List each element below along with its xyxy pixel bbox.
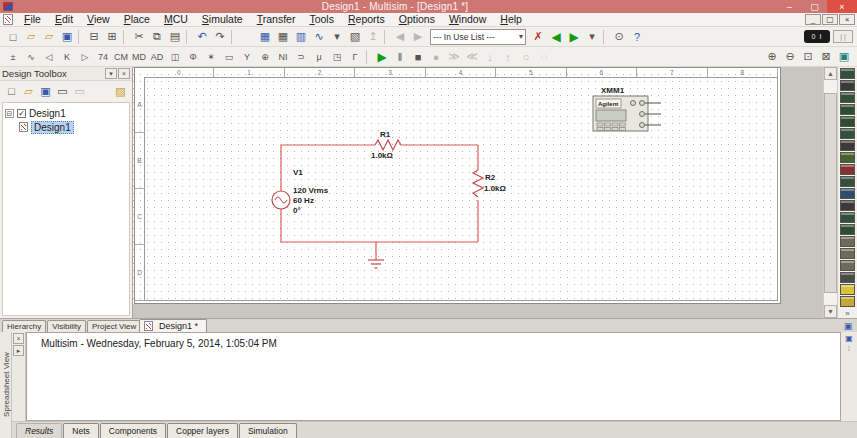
window-close-button[interactable]: × (827, 0, 857, 13)
tree-node-design1-sheet[interactable]: Design1 (5, 120, 127, 134)
tab-hierarchy[interactable]: Hierarchy (2, 320, 46, 332)
open-samples-icon[interactable]: ▱ (40, 29, 58, 45)
tektronix-oscilloscope-icon[interactable] (840, 272, 855, 283)
distortion-analyzer-icon[interactable] (840, 200, 855, 211)
scroll-down-button[interactable]: ▼ (824, 305, 837, 318)
pause-switch[interactable]: | | (833, 30, 853, 43)
scrollbar-thumb[interactable] (824, 93, 837, 293)
logic-analyzer-icon[interactable] (840, 164, 855, 175)
grapher-dropdown-icon[interactable]: ▾ (328, 29, 346, 45)
frequency-counter-icon[interactable] (840, 140, 855, 151)
open-design-icon[interactable]: ▱ (20, 83, 37, 99)
separator[interactable] (123, 30, 128, 44)
spreadsheet-close-button[interactable]: × (13, 333, 24, 344)
tree-checkbox[interactable]: ✓ (17, 109, 26, 118)
copy-icon[interactable]: ⧉ (148, 29, 166, 45)
logic-converter-icon[interactable] (840, 176, 855, 187)
step-out-icon[interactable]: ↓ (481, 49, 499, 65)
database-manager-icon[interactable]: ▥ (292, 29, 310, 45)
spectrum-analyzer-icon[interactable] (840, 212, 855, 223)
current-clamp-icon[interactable] (840, 296, 855, 307)
panel-close-button[interactable]: × (118, 68, 130, 79)
instrument-xmm1[interactable]: XMM1 Agilent (593, 86, 661, 131)
restore-view-icon[interactable]: ▣ (839, 321, 857, 332)
iv-analyzer-icon[interactable] (840, 188, 855, 199)
fullscreen-icon[interactable]: ▣ (835, 49, 853, 65)
mdi-restore-button[interactable]: ▢ (822, 14, 838, 25)
tab-nets[interactable]: Nets (63, 423, 98, 438)
menu-file[interactable]: File (17, 13, 48, 26)
save-design-icon[interactable]: ▣ (37, 83, 54, 99)
menu-view[interactable]: View (80, 13, 117, 26)
run-simulation-icon[interactable]: ▶ (373, 49, 391, 65)
separator[interactable] (78, 30, 83, 44)
agilent-function-generator-icon[interactable] (840, 236, 855, 247)
open-icon[interactable]: ▱ (22, 29, 40, 45)
separator[interactable] (186, 30, 191, 44)
tree-expander-icon[interactable]: ⊟ (5, 109, 14, 118)
cut-icon[interactable]: ✂ (130, 29, 148, 45)
run-to-cursor-icon[interactable]: ↑ (499, 49, 517, 65)
place-rf-icon[interactable]: Y (238, 49, 256, 65)
separator[interactable] (603, 30, 608, 44)
ground-symbol[interactable] (368, 260, 384, 268)
close-design-icon[interactable]: ▭ (54, 83, 71, 99)
menu-window[interactable]: Window (442, 13, 493, 26)
place-mcu-icon[interactable]: μ (310, 49, 328, 65)
tree-node-design1[interactable]: ⊟ ✓ Design1 (5, 106, 127, 120)
schematic-canvas[interactable]: 012345678 ABCD R1 1.0kΩ (133, 67, 823, 318)
simulation-switch[interactable]: 0 I (804, 30, 830, 43)
resize-grip-icon[interactable]: ⁞ (848, 345, 850, 352)
function-generator-icon[interactable] (840, 80, 855, 91)
tab-copper-layers[interactable]: Copper layers (167, 423, 238, 438)
redo-icon[interactable]: ↷ (211, 29, 229, 45)
resistor-r2[interactable]: R2 1.0kΩ (473, 170, 507, 197)
spreadsheet-view-icon[interactable]: ▦ (274, 29, 292, 45)
window-restore-button[interactable]: ▢ (802, 0, 827, 13)
place-power-icon[interactable]: Φ (184, 49, 202, 65)
menu-tools[interactable]: Tools (302, 13, 341, 26)
paste-icon[interactable]: ▤ (166, 29, 184, 45)
tab-simulation[interactable]: Simulation (239, 423, 297, 438)
step-into-icon[interactable]: ≫ (445, 49, 463, 65)
place-transistor-icon[interactable]: K (58, 49, 76, 65)
multimeter-icon[interactable] (840, 68, 855, 79)
panel-pin-button[interactable]: ▾ (105, 68, 117, 79)
remove-breakpoint-icon[interactable]: ◌ (535, 49, 553, 65)
help-icon[interactable]: ? (628, 29, 646, 45)
zoom-out-icon[interactable]: ⊖ (781, 49, 799, 65)
place-connector-icon[interactable]: ⊃ (292, 49, 310, 65)
menu-help[interactable]: Help (493, 13, 529, 26)
forward-annotate-ulti-icon[interactable]: ▶ (565, 29, 583, 45)
network-analyzer-icon[interactable] (840, 224, 855, 235)
spacer[interactable] (88, 83, 112, 99)
bode-plotter-icon[interactable] (840, 128, 855, 139)
four-channel-oscilloscope-icon[interactable] (840, 116, 855, 127)
place-ttl-icon[interactable]: 74 (94, 49, 112, 65)
find-icon[interactable]: ⊙ (610, 29, 628, 45)
labview-instrument-icon[interactable] (840, 284, 855, 295)
annotate-dropdown-icon[interactable]: ▾ (583, 29, 601, 45)
separator[interactable] (384, 30, 389, 44)
place-analog-icon[interactable]: ▷ (76, 49, 94, 65)
zoom-in-icon[interactable]: ⊕ (763, 49, 781, 65)
wattmeter-icon[interactable] (840, 92, 855, 103)
erc-check-icon[interactable]: ✗ (529, 29, 547, 45)
place-electromechanical-icon[interactable]: ⊕ (256, 49, 274, 65)
place-indicator-icon[interactable]: ◫ (166, 49, 184, 65)
tab-results[interactable]: Results (16, 423, 62, 438)
word-generator-icon[interactable] (840, 152, 855, 163)
mdi-minimize-button[interactable]: _ (805, 14, 821, 25)
toolbox-options-icon[interactable]: ▨ (112, 83, 129, 99)
place-misc-icon[interactable]: ✶ (202, 49, 220, 65)
tab-components[interactable]: Components (100, 423, 166, 438)
place-cmos-icon[interactable]: CM (112, 49, 130, 65)
stop-simulation-icon[interactable]: ■ (409, 49, 427, 65)
place-diode-icon[interactable]: ◁ (40, 49, 58, 65)
breakpoint-icon[interactable]: ○ (517, 49, 535, 65)
menu-reports[interactable]: Reports (341, 13, 392, 26)
tab-visibility[interactable]: Visibility (47, 320, 86, 332)
print-icon[interactable]: ⊟ (85, 29, 103, 45)
panel-dock-icon[interactable]: ▣ (845, 334, 853, 343)
separator[interactable] (231, 30, 236, 44)
